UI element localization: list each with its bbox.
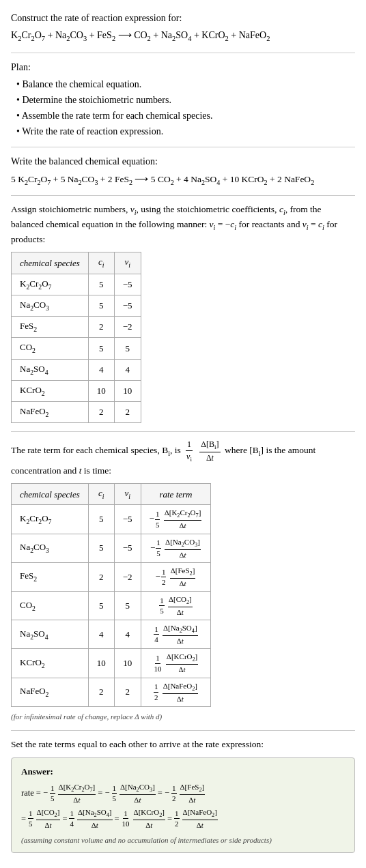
rt-vi-K2Cr2O7: −5 (114, 505, 141, 534)
coeff-1-5-a: 15 (50, 783, 55, 804)
divider-4 (11, 431, 355, 432)
rt-species-KCrO2: KCrO2 (12, 649, 89, 678)
coeff-1-10: 110 (122, 809, 130, 829)
vi-K2Cr2O7: −5 (114, 274, 141, 295)
ci-CO2: 5 (88, 338, 114, 359)
NaFeO2-term-ans: Δ[NaFeO2]Δt (182, 807, 218, 830)
rt-term-K2Cr2O7: −15 Δ[K2Cr2O7]Δt (141, 505, 211, 534)
rate-col-species: chemical species (12, 484, 89, 505)
rt-vi-NaFeO2: 2 (114, 678, 141, 706)
species-FeS2: FeS2 (12, 317, 89, 338)
table-row: CO2 5 5 15 Δ[CO2]Δt (12, 592, 211, 620)
balanced-section: Write the balanced chemical equation: 5 … (11, 154, 355, 188)
answer-box: Answer: rate = − 15 Δ[K2Cr2O7]Δt = − 15 … (11, 757, 355, 853)
rt-term-CO2: 15 Δ[CO2]Δt (141, 592, 211, 620)
equals-1: = − (98, 787, 109, 800)
stoich-col-species: chemical species (12, 252, 89, 274)
balanced-label: Write the balanced chemical equation: (11, 154, 355, 169)
equals-4: = (62, 813, 67, 826)
rt-ci-NaFeO2: 2 (88, 678, 114, 706)
rate-col-vi: νi (114, 484, 141, 505)
rt-ci-FeS2: 2 (88, 562, 114, 591)
equals-2: = − (158, 787, 169, 800)
Na2CO3-term-ans: Δ[Na2CO3]Δt (119, 782, 156, 805)
coeff-1-2-a: 12 (171, 783, 177, 804)
ci-Na2SO4: 4 (88, 359, 114, 380)
coeff-1-5-b: 15 (112, 783, 117, 804)
rate-expression-line1: rate = − 15 Δ[K2Cr2O7]Δt = − 15 Δ[Na2CO3… (21, 782, 345, 805)
stoich-label: Assign stoichiometric numbers, νi, using… (11, 203, 355, 246)
rt-species-Na2SO4: Na2SO4 (12, 620, 89, 649)
equals-6: = (167, 813, 172, 826)
plan-step-4: Write the rate of reaction expression. (16, 124, 355, 139)
ci-K2Cr2O7: 5 (88, 274, 114, 295)
stoich-col-vi: νi (114, 252, 141, 274)
divider-1 (11, 53, 355, 53)
stoich-col-ci: ci (88, 252, 114, 274)
vi-Na2SO4: 4 (114, 359, 141, 380)
CO2-term-ans: Δ[CO2]Δt (36, 807, 61, 830)
divider-2 (11, 147, 355, 147)
rt-vi-KCrO2: 10 (114, 649, 141, 678)
coeff-1-5-c: 15 (28, 809, 33, 829)
stoich-section: Assign stoichiometric numbers, νi, using… (11, 203, 355, 423)
rt-vi-CO2: 5 (114, 592, 141, 620)
rate-label: rate = − (21, 787, 48, 800)
rt-ci-KCrO2: 10 (88, 649, 114, 678)
header-section: Construct the rate of reaction expressio… (11, 11, 355, 44)
rt-ci-K2Cr2O7: 5 (88, 505, 114, 534)
rt-species-NaFeO2: NaFeO2 (12, 678, 89, 706)
species-NaFeO2: NaFeO2 (12, 401, 89, 422)
divider-3 (11, 195, 355, 196)
FeS2-term-ans: Δ[FeS2]Δt (180, 782, 206, 805)
rate-term-description: The rate term for each chemical species,… (11, 439, 355, 478)
rt-species-FeS2: FeS2 (12, 562, 89, 591)
species-K2Cr2O7: K2Cr2O7 (12, 274, 89, 295)
coeff-1-4: 14 (69, 809, 74, 829)
species-CO2: CO2 (12, 338, 89, 359)
rt-ci-CO2: 5 (88, 592, 114, 620)
species-Na2SO4: Na2SO4 (12, 359, 89, 380)
table-row: K2Cr2O7 5 −5 (12, 274, 141, 295)
table-row: Na2SO4 4 4 14 Δ[Na2SO4]Δt (12, 620, 211, 649)
set-equal-label: Set the rate terms equal to each other t… (11, 738, 355, 751)
table-row: KCrO2 10 10 110 Δ[KCrO2]Δt (12, 649, 211, 678)
rt-species-K2Cr2O7: K2Cr2O7 (12, 505, 89, 534)
rate-expression-line2: = 15 Δ[CO2]Δt = 14 Δ[Na2SO4]Δt = 110 Δ[K… (21, 807, 345, 830)
infinitesimal-note: (for infinitesimal rate of change, repla… (11, 711, 355, 723)
rate-term-section: The rate term for each chemical species,… (11, 439, 355, 722)
table-row: Na2CO3 5 −5 (12, 295, 141, 316)
rt-ci-Na2SO4: 4 (88, 620, 114, 649)
stoich-table: chemical species ci νi K2Cr2O7 5 −5 Na2C… (11, 252, 141, 423)
balanced-equation: 5 K2Cr2O7 + 5 Na2CO3 + 2 FeS2 ⟶ 5 CO2 + … (11, 173, 355, 188)
ci-KCrO2: 10 (88, 380, 114, 401)
table-row: Na2CO3 5 −5 −15 Δ[Na2CO3]Δt (12, 534, 211, 562)
table-row: KCrO2 10 10 (12, 380, 141, 401)
vi-KCrO2: 10 (114, 380, 141, 401)
rt-term-FeS2: −12 Δ[FeS2]Δt (141, 562, 211, 591)
ci-Na2CO3: 5 (88, 295, 114, 316)
vi-NaFeO2: 2 (114, 401, 141, 422)
unbalanced-reaction: K2Cr2O7 + Na2CO3 + FeS2 ⟶ CO2 + Na2SO4 +… (11, 28, 355, 44)
ci-NaFeO2: 2 (88, 401, 114, 422)
vi-FeS2: −2 (114, 317, 141, 338)
table-row: CO2 5 5 (12, 338, 141, 359)
plan-step-1: Balance the chemical equation. (16, 77, 355, 91)
page-title: Construct the rate of reaction expressio… (11, 11, 355, 25)
rt-species-CO2: CO2 (12, 592, 89, 620)
rt-ci-Na2CO3: 5 (88, 534, 114, 562)
vi-CO2: 5 (114, 338, 141, 359)
table-row: K2Cr2O7 5 −5 −15 Δ[K2Cr2O7]Δt (12, 505, 211, 534)
rt-vi-FeS2: −2 (114, 562, 141, 591)
table-row: FeS2 2 −2 (12, 317, 141, 338)
rt-term-Na2CO3: −15 Δ[Na2CO3]Δt (141, 534, 211, 562)
table-row: NaFeO2 2 2 12 Δ[NaFeO2]Δt (12, 678, 211, 706)
species-Na2CO3: Na2CO3 (12, 295, 89, 316)
rt-term-NaFeO2: 12 Δ[NaFeO2]Δt (141, 678, 211, 706)
species-KCrO2: KCrO2 (12, 380, 89, 401)
plan-step-2: Determine the stoichiometric numbers. (16, 93, 355, 107)
rt-term-Na2SO4: 14 Δ[Na2SO4]Δt (141, 620, 211, 649)
table-row: Na2SO4 4 4 (12, 359, 141, 380)
plan-title: Plan: (11, 60, 355, 74)
plan-section: Plan: Balance the chemical equation. Det… (11, 60, 355, 139)
